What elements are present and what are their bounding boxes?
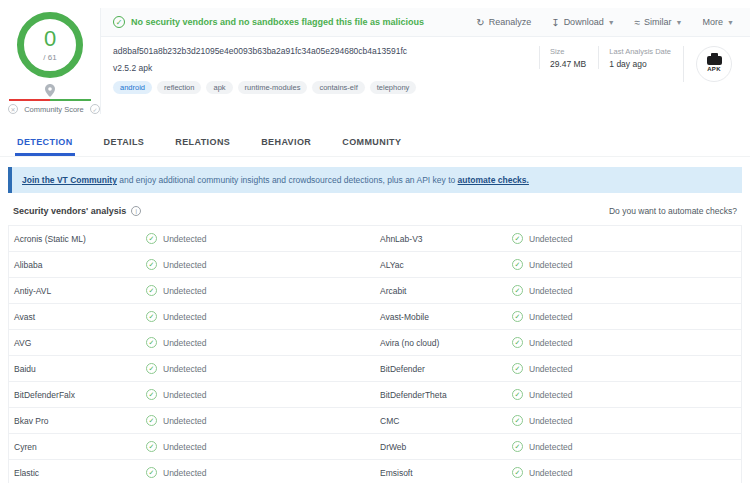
vendor-name: CMC	[380, 416, 512, 426]
undetected-check-icon: ✓	[146, 285, 157, 296]
vendor-name: AVG	[14, 338, 146, 348]
vendor-name: Elastic	[14, 468, 146, 478]
vendor-name: Avast-Mobile	[380, 312, 512, 322]
community-score-marker	[8, 83, 92, 97]
undetected-check-icon: ✓	[512, 337, 523, 348]
last-analysis-label: Last Analysis Date	[609, 47, 671, 56]
tab-details[interactable]: DETAILS	[102, 128, 147, 156]
vendor-status: ✓Undetected	[146, 467, 370, 478]
header-main: ✓ No security vendors and no sandboxes f…	[100, 8, 750, 114]
tab-community[interactable]: COMMUNITY	[340, 128, 403, 156]
vendor-status: ✓Undetected	[146, 233, 370, 244]
automate-checks-link[interactable]: automate checks.	[458, 175, 529, 185]
briefcase-icon	[707, 56, 722, 65]
vendor-cell: Arcabit✓Undetected	[375, 278, 741, 303]
tag-android[interactable]: android	[113, 81, 152, 94]
download-button[interactable]: ↧Download▼	[551, 17, 614, 28]
vendor-name: Avast	[14, 312, 146, 322]
filetype-badge-wrap: APK	[683, 46, 736, 82]
undetected-check-icon: ✓	[512, 285, 523, 296]
tab-behavior[interactable]: BEHAVIOR	[259, 128, 313, 156]
vendor-status: ✓Undetected	[512, 467, 736, 478]
vendor-status: ✓Undetected	[512, 389, 736, 400]
undetected-check-icon: ✓	[512, 363, 523, 374]
tabs: DETECTIONDETAILSRELATIONSBEHAVIORCOMMUNI…	[0, 128, 750, 157]
vendor-name: BitDefenderTheta	[380, 390, 512, 400]
chevron-down-icon: ▼	[676, 19, 683, 26]
vendor-name: Acronis (Static ML)	[14, 234, 146, 244]
tab-relations[interactable]: RELATIONS	[173, 128, 232, 156]
undetected-check-icon: ✓	[146, 363, 157, 374]
size-value: 29.47 MB	[550, 59, 586, 69]
similar-label: Similar	[644, 17, 672, 27]
pin-icon	[45, 84, 55, 97]
tab-detection[interactable]: DETECTION	[15, 128, 75, 156]
filetype-badge-text: APK	[707, 66, 721, 72]
vendor-cell: Acronis (Static ML)✓Undetected	[9, 226, 375, 251]
table-row: Elastic✓UndetectedEmsisoft✓Undetected	[9, 460, 741, 483]
community-score-bar	[9, 99, 91, 101]
vendor-status-text: Undetected	[529, 260, 572, 270]
score-widget: 0 / 61 ✕ Community Score ✓	[0, 0, 100, 114]
vendor-status: ✓Undetected	[146, 441, 370, 452]
reanalyze-label: Reanalyze	[489, 17, 532, 27]
vendor-status-text: Undetected	[529, 416, 572, 426]
vendor-status: ✓Undetected	[146, 285, 370, 296]
vendor-status: ✓Undetected	[512, 311, 736, 322]
downvote-icon[interactable]: ✕	[8, 104, 18, 114]
vendor-cell: DrWeb✓Undetected	[375, 434, 741, 459]
download-icon: ↧	[551, 17, 559, 28]
undetected-check-icon: ✓	[512, 259, 523, 270]
vendor-cell: Avira (no cloud)✓Undetected	[375, 330, 741, 355]
undetected-check-icon: ✓	[146, 337, 157, 348]
vendor-status-text: Undetected	[163, 442, 206, 452]
more-label: More	[703, 17, 724, 27]
vendor-cell: AVG✓Undetected	[9, 330, 375, 355]
vendor-status-text: Undetected	[163, 364, 206, 374]
tag-telephony[interactable]: telephony	[370, 81, 417, 94]
vendor-cell: BitDefenderTheta✓Undetected	[375, 382, 741, 407]
vendor-cell: BitDefender✓Undetected	[375, 356, 741, 381]
vendor-status-text: Undetected	[163, 312, 206, 322]
upvote-icon[interactable]: ✓	[90, 104, 100, 114]
similar-icon: ≈	[635, 17, 641, 28]
vendor-cell: Antiy-AVL✓Undetected	[9, 278, 375, 303]
vendor-status-text: Undetected	[529, 364, 572, 374]
tag-contains-elf[interactable]: contains-elf	[312, 81, 364, 94]
table-row: Alibaba✓UndetectedALYac✓Undetected	[9, 252, 741, 278]
vendor-status: ✓Undetected	[512, 337, 736, 348]
reanalyze-button[interactable]: ↻Reanalyze	[476, 17, 531, 28]
community-score-bar-positive	[50, 99, 91, 101]
vendor-cell: Emsisoft✓Undetected	[375, 460, 741, 483]
join-vt-community-link[interactable]: Join the VT Community	[22, 175, 117, 185]
vt-community-banner: Join the VT Community and enjoy addition…	[8, 167, 742, 193]
automate-checks-question[interactable]: Do you want to automate checks?	[609, 206, 737, 216]
info-icon[interactable]: i	[131, 206, 141, 216]
community-score-bar-negative	[9, 99, 50, 101]
vendor-name: DrWeb	[380, 442, 512, 452]
undetected-check-icon: ✓	[512, 233, 523, 244]
tag-runtime-modules[interactable]: runtime-modules	[238, 81, 308, 94]
tag-reflection[interactable]: reflection	[157, 81, 201, 94]
vendor-status-text: Undetected	[529, 312, 572, 322]
table-row: BitDefenderFalx✓UndetectedBitDefenderThe…	[9, 382, 741, 408]
download-label: Download	[564, 17, 604, 27]
vendor-status-text: Undetected	[163, 234, 206, 244]
chevron-down-icon: ▼	[727, 19, 734, 26]
table-row: Cyren✓UndetectedDrWeb✓Undetected	[9, 434, 741, 460]
score-positives: 0	[44, 28, 56, 50]
more-button[interactable]: More▼	[703, 17, 734, 27]
analysis-title-wrap: Security vendors' analysis i	[13, 206, 141, 216]
vendor-status-text: Undetected	[529, 286, 572, 296]
table-row: Baidu✓UndetectedBitDefender✓Undetected	[9, 356, 741, 382]
vendor-name: Alibaba	[14, 260, 146, 270]
similar-button[interactable]: ≈Similar▼	[635, 17, 683, 28]
vendor-cell: CMC✓Undetected	[375, 408, 741, 433]
tag-apk[interactable]: apk	[206, 81, 232, 94]
undetected-check-icon: ✓	[146, 441, 157, 452]
vendor-status: ✓Undetected	[512, 441, 736, 452]
detection-score-circle: 0 / 61	[17, 12, 83, 78]
vendor-cell: Avast✓Undetected	[9, 304, 375, 329]
file-report-header: 0 / 61 ✕ Community Score ✓ ✓ No security…	[0, 0, 750, 114]
vendor-name: BitDefender	[380, 364, 512, 374]
